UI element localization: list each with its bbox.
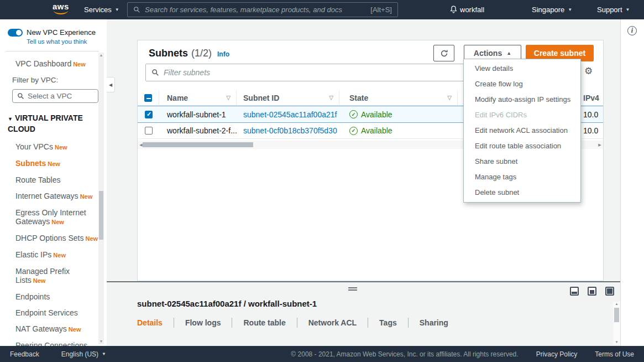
sidebar-collapse-arrow[interactable]: ◀	[107, 77, 115, 92]
sidebar-item-elastic-ips[interactable]: Elastic IPsNew	[15, 250, 100, 260]
help-panel-strip: i	[620, 19, 644, 346]
column-header-state[interactable]: State ▽	[339, 90, 458, 105]
available-check-icon: ✓	[349, 127, 358, 135]
sort-icon: ▽	[226, 95, 236, 101]
menu-item-create-flow-log[interactable]: Create flow log	[464, 76, 580, 92]
sidebar-item-egress-only-internet-gateways[interactable]: Egress Only Internet GatewaysNew	[15, 208, 100, 226]
state-cell: ✓ Available	[339, 123, 458, 138]
support-menu[interactable]: Support ▼	[597, 0, 630, 19]
sidebar-item-peering-connections[interactable]: Peering Connections	[15, 341, 100, 346]
menu-item-modify-auto-assign-ip[interactable]: Modify auto-assign IP settings	[464, 92, 580, 107]
scroll-down-arrow[interactable]: ▼	[613, 340, 620, 345]
notifications-bell-icon[interactable]	[449, 5, 458, 16]
services-menu[interactable]: Services ▼	[84, 0, 119, 19]
new-badge: New	[73, 61, 86, 68]
aws-logo[interactable]: aws	[53, 3, 72, 14]
menu-item-edit-network-acl-association[interactable]: Edit network ACL association	[464, 123, 580, 138]
info-icon[interactable]: i	[627, 26, 637, 35]
tab-tags[interactable]: Tags	[368, 318, 408, 327]
sidebar-item-route-tables[interactable]: Route Tables	[15, 175, 100, 184]
sidebar-item-label: Your VPCs	[15, 142, 53, 151]
detail-panel: subnet-02545ac11af00a21f / workfall-subn…	[107, 281, 620, 346]
refresh-button[interactable]	[433, 45, 454, 61]
create-subnet-label: Create subnet	[534, 49, 585, 58]
tab-route-table[interactable]: Route table	[232, 318, 296, 327]
menu-item-manage-tags[interactable]: Manage tags	[464, 169, 580, 185]
select-all-checkbox[interactable]	[144, 94, 152, 102]
top-nav: aws Services ▼ Search for services, feat…	[0, 0, 644, 19]
scroll-right-arrow[interactable]: ▶	[596, 141, 603, 149]
search-shortcut: [Alt+S]	[370, 6, 392, 14]
new-badge: New	[80, 193, 93, 200]
scrollbar-thumb[interactable]	[614, 308, 619, 322]
sidebar: New VPC Experience Tell us what you thin…	[0, 19, 107, 346]
sidebar-item-your-vpcs[interactable]: Your VPCsNew	[15, 142, 100, 152]
privacy-policy-link[interactable]: Privacy Policy	[536, 350, 578, 358]
nav-search-placeholder: Search for services, features, marketpla…	[145, 6, 366, 14]
scroll-down-arrow[interactable]: ▼	[98, 339, 104, 344]
search-icon	[151, 69, 159, 76]
sidebar-item-dhcp-options-sets[interactable]: DHCP Options SetsNew	[15, 234, 100, 243]
page-title: Subnets (1/2) Info	[149, 48, 229, 59]
panel-resize-handle[interactable]	[348, 287, 357, 292]
sort-icon: ▽	[329, 95, 339, 101]
toggle-knob	[16, 30, 22, 35]
panel-size-medium-icon[interactable]	[588, 287, 596, 296]
sidebar-item-label: Peering Connections	[15, 341, 87, 346]
language-selector[interactable]: English (US) ▼	[61, 350, 106, 358]
feedback-button[interactable]: Feedback	[10, 350, 39, 358]
scroll-up-arrow[interactable]: ▲	[98, 53, 104, 58]
account-menu[interactable]: workfall	[460, 0, 484, 19]
column-header-name[interactable]: Name ▽	[159, 90, 237, 105]
search-icon	[17, 92, 24, 100]
panel-size-large-icon[interactable]	[605, 287, 614, 296]
region-menu[interactable]: Singapore ▼	[532, 0, 572, 19]
sidebar-item-vpc-dashboard[interactable]: VPC DashboardNew	[15, 59, 100, 69]
sidebar-item-label: NAT Gateways	[15, 324, 67, 333]
tell-us-link[interactable]: Tell us what you think	[27, 38, 107, 45]
tab-flow-logs[interactable]: Flow logs	[174, 318, 232, 327]
row-checkbox[interactable]: ✓	[145, 111, 153, 118]
sidebar-item-nat-gateways[interactable]: NAT GatewaysNew	[15, 324, 100, 334]
row-checkbox[interactable]	[145, 127, 153, 135]
experience-toggle-label: New VPC Experience	[27, 28, 96, 37]
new-badge: New	[48, 161, 60, 167]
panel-size-small-icon[interactable]	[570, 287, 579, 296]
scrollbar-thumb[interactable]	[143, 142, 253, 147]
tab-sharing[interactable]: Sharing	[409, 318, 459, 327]
scroll-up-arrow[interactable]: ▲	[613, 302, 620, 307]
new-vpc-experience-toggle[interactable]	[8, 29, 23, 37]
menu-item-edit-route-table-association[interactable]: Edit route table association	[464, 138, 580, 154]
menu-item-share-subnet[interactable]: Share subnet	[464, 154, 580, 169]
subnet-id-link[interactable]: subnet-0cf0b18cb370f5d30	[243, 126, 337, 135]
terms-of-use-link[interactable]: Terms of Use	[595, 350, 634, 358]
menu-item-view-details[interactable]: View details	[464, 61, 580, 76]
sidebar-item-subnets[interactable]: SubnetsNew	[15, 159, 100, 168]
subnet-id-link[interactable]: subnet-02545ac11af00a21f	[243, 110, 337, 119]
column-label: Name	[167, 94, 188, 102]
sidebar-item-managed-prefix-lists[interactable]: Managed Prefix ListsNew	[15, 267, 100, 285]
info-link[interactable]: Info	[217, 50, 229, 58]
new-badge: New	[55, 144, 67, 151]
new-badge: New	[69, 326, 81, 333]
sidebar-item-endpoint-services[interactable]: Endpoint Services	[15, 308, 100, 317]
menu-item-delete-subnet[interactable]: Delete subnet	[464, 185, 580, 200]
available-check-icon: ✓	[349, 110, 358, 118]
scrollbar-thumb[interactable]	[99, 191, 103, 240]
sidebar-item-internet-gateways[interactable]: Internet GatewaysNew	[15, 192, 100, 201]
row-checkbox-cell	[138, 123, 159, 138]
sidebar-item-endpoints[interactable]: Endpoints	[15, 292, 100, 301]
sidebar-item-label: Route Tables	[15, 175, 60, 184]
chevron-down-icon: ▼	[568, 7, 572, 12]
column-label: IPv4	[583, 94, 599, 102]
section-virtual-private-cloud[interactable]: ▼VIRTUAL PRIVATE CLOUD	[8, 113, 101, 134]
refresh-icon	[440, 49, 448, 58]
column-label: Subnet ID	[243, 94, 279, 102]
column-header-subnet-id[interactable]: Subnet ID ▽	[237, 90, 339, 105]
copyright-text: © 2008 - 2021, Amazon Web Services, Inc.…	[291, 350, 518, 358]
nav-search-input[interactable]: Search for services, features, marketpla…	[127, 2, 398, 17]
preferences-gear-icon[interactable]: ⚙	[584, 66, 593, 76]
tab-network-acl[interactable]: Network ACL	[297, 318, 368, 327]
vpc-select-input[interactable]: Select a VPC	[12, 89, 98, 103]
tab-details[interactable]: Details	[137, 318, 174, 327]
